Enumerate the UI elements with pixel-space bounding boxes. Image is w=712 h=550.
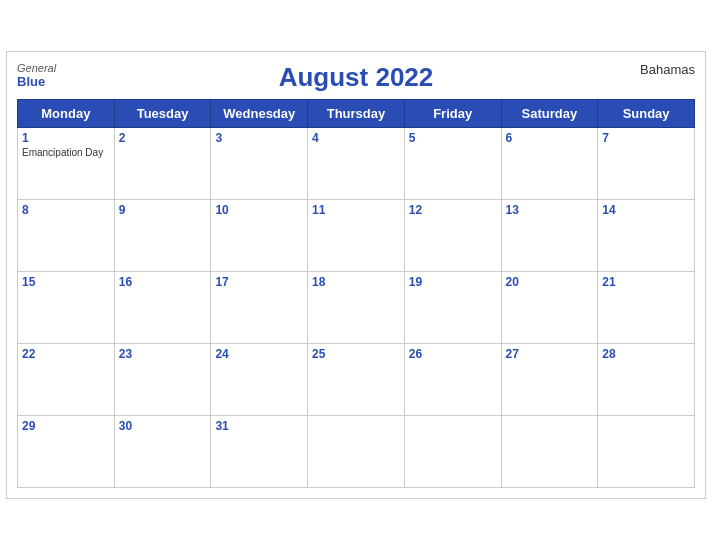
calendar-cell: 13	[501, 200, 598, 272]
calendar-cell: 19	[404, 272, 501, 344]
calendar-cell	[308, 416, 405, 488]
header-wednesday: Wednesday	[211, 100, 308, 128]
calendar-cell: 20	[501, 272, 598, 344]
day-number: 19	[409, 275, 497, 289]
day-number: 24	[215, 347, 303, 361]
calendar-cell: 31	[211, 416, 308, 488]
day-number: 13	[506, 203, 594, 217]
brand-general-text: General	[17, 62, 56, 74]
calendar-week-row: 293031	[18, 416, 695, 488]
day-number: 6	[506, 131, 594, 145]
calendar-cell: 21	[598, 272, 695, 344]
calendar-cell: 27	[501, 344, 598, 416]
calendar-week-row: 891011121314	[18, 200, 695, 272]
calendar-cell: 22	[18, 344, 115, 416]
day-number: 11	[312, 203, 400, 217]
brand-blue-text: Blue	[17, 74, 45, 89]
calendar-cell: 6	[501, 128, 598, 200]
day-number: 12	[409, 203, 497, 217]
calendar-cell: 1Emancipation Day	[18, 128, 115, 200]
calendar-cell: 23	[114, 344, 211, 416]
calendar-cell: 10	[211, 200, 308, 272]
calendar-cell	[598, 416, 695, 488]
day-number: 22	[22, 347, 110, 361]
calendar-cell: 4	[308, 128, 405, 200]
day-number: 10	[215, 203, 303, 217]
day-number: 7	[602, 131, 690, 145]
day-number: 29	[22, 419, 110, 433]
day-number: 16	[119, 275, 207, 289]
header-thursday: Thursday	[308, 100, 405, 128]
day-number: 9	[119, 203, 207, 217]
calendar-cell: 14	[598, 200, 695, 272]
day-number: 15	[22, 275, 110, 289]
calendar-cell: 7	[598, 128, 695, 200]
calendar-cell: 9	[114, 200, 211, 272]
day-number: 2	[119, 131, 207, 145]
calendar-cell	[404, 416, 501, 488]
header-sunday: Sunday	[598, 100, 695, 128]
brand: General Blue	[17, 62, 56, 89]
calendar-cell: 18	[308, 272, 405, 344]
day-number: 17	[215, 275, 303, 289]
day-number: 30	[119, 419, 207, 433]
calendar-cell: 12	[404, 200, 501, 272]
day-number: 25	[312, 347, 400, 361]
calendar-cell: 16	[114, 272, 211, 344]
calendar-cell: 8	[18, 200, 115, 272]
calendar-cell: 28	[598, 344, 695, 416]
day-number: 18	[312, 275, 400, 289]
calendar-title: August 2022	[17, 62, 695, 93]
day-number: 4	[312, 131, 400, 145]
header-monday: Monday	[18, 100, 115, 128]
calendar-week-row: 1Emancipation Day234567	[18, 128, 695, 200]
header-saturday: Saturday	[501, 100, 598, 128]
calendar-week-row: 22232425262728	[18, 344, 695, 416]
calendar-cell	[501, 416, 598, 488]
day-number: 21	[602, 275, 690, 289]
day-number: 14	[602, 203, 690, 217]
calendar-week-row: 15161718192021	[18, 272, 695, 344]
calendar-cell: 24	[211, 344, 308, 416]
day-number: 20	[506, 275, 594, 289]
calendar-cell: 5	[404, 128, 501, 200]
calendar-cell: 30	[114, 416, 211, 488]
weekday-header-row: Monday Tuesday Wednesday Thursday Friday…	[18, 100, 695, 128]
day-number: 5	[409, 131, 497, 145]
calendar-cell: 25	[308, 344, 405, 416]
calendar-container: General Blue August 2022 Bahamas Monday …	[6, 51, 706, 499]
header-friday: Friday	[404, 100, 501, 128]
holiday-label: Emancipation Day	[22, 147, 110, 158]
calendar-cell: 11	[308, 200, 405, 272]
day-number: 1	[22, 131, 110, 145]
calendar-cell: 3	[211, 128, 308, 200]
calendar-grid: Monday Tuesday Wednesday Thursday Friday…	[17, 99, 695, 488]
calendar-cell: 17	[211, 272, 308, 344]
country-label: Bahamas	[640, 62, 695, 77]
calendar-cell: 15	[18, 272, 115, 344]
day-number: 27	[506, 347, 594, 361]
calendar-cell: 26	[404, 344, 501, 416]
day-number: 8	[22, 203, 110, 217]
calendar-cell: 2	[114, 128, 211, 200]
day-number: 28	[602, 347, 690, 361]
day-number: 3	[215, 131, 303, 145]
calendar-header: General Blue August 2022 Bahamas	[17, 62, 695, 93]
header-tuesday: Tuesday	[114, 100, 211, 128]
day-number: 23	[119, 347, 207, 361]
day-number: 26	[409, 347, 497, 361]
day-number: 31	[215, 419, 303, 433]
calendar-cell: 29	[18, 416, 115, 488]
